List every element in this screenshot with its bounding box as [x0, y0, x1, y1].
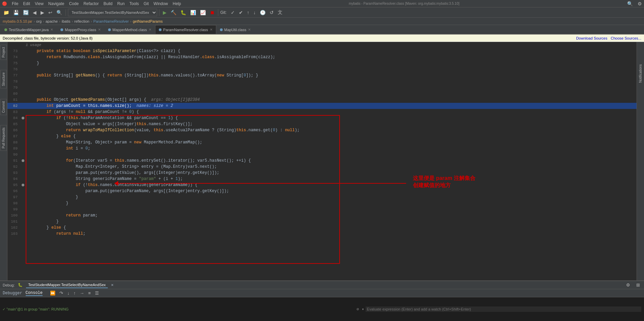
code-line-76: 76	[7, 66, 637, 72]
debug-step-over-btn[interactable]: ↷	[58, 290, 65, 296]
code-line-92: 92 Map.Entry<Integer, String> entry = (M…	[7, 164, 637, 170]
tab-3[interactable]: ParamNameResolver.class ✕	[155, 25, 216, 34]
search-btn[interactable]: 🔍	[55, 9, 64, 16]
breadcrumb-sep-3: ›	[59, 19, 60, 23]
panel-tab-structure[interactable]: Structure	[0, 70, 7, 89]
code-line-80: 80	[7, 91, 637, 97]
decompile-message: Decompiled .class file, bytecode version…	[3, 36, 576, 40]
breadcrumb-method[interactable]: getNamedParams	[133, 19, 163, 23]
tab-3-label: ParamNameResolver.class	[163, 28, 208, 32]
menu-help[interactable]: Help	[173, 1, 181, 6]
breadcrumb-sep-2: ›	[43, 19, 44, 23]
code-line-78: 78	[7, 78, 637, 85]
refactor-btn[interactable]: ↩	[47, 9, 54, 16]
tab-1-label: MapperProxy.class	[65, 28, 96, 32]
tab-1[interactable]: MapperProxy.class ✕	[57, 25, 104, 34]
debug-btn[interactable]: 🐛	[179, 9, 188, 16]
breadcrumb-apache[interactable]: apache	[46, 19, 58, 23]
tab-4[interactable]: MapUtil.class ✕	[216, 25, 254, 34]
menu-tools[interactable]: Tools	[129, 1, 139, 6]
code-line-89: 89 int i = 0;	[7, 145, 637, 152]
forward-btn[interactable]: ▶	[39, 9, 46, 16]
code-content: 73 private static boolean isSpecialParam…	[7, 48, 637, 280]
menu-file[interactable]: File	[12, 1, 18, 6]
debug-run-config-close[interactable]: ✕	[111, 282, 114, 288]
translate-btn[interactable]: 文	[276, 9, 284, 16]
debug-layout-btn[interactable]: ⊞	[635, 282, 641, 288]
breadcrumb-reflection[interactable]: reflection	[74, 19, 90, 23]
debugger-tab[interactable]: Debugger	[3, 291, 22, 296]
code-line-88: 88 Map<String, Object> param = new Mappe…	[7, 139, 637, 145]
search-icon[interactable]: 🔍	[627, 1, 633, 6]
breadcrumb-ibatis[interactable]: ibatis	[61, 19, 70, 23]
code-line-94: 94 String genericParamName = "param" + (…	[7, 176, 637, 182]
debug-eval-btn[interactable]: ≡	[87, 290, 92, 296]
choose-sources-link[interactable]: Choose Sources...	[611, 36, 642, 40]
back-btn[interactable]: ◀	[31, 9, 38, 16]
menu-navigate[interactable]: Navigate	[48, 1, 64, 6]
code-line-75: 75 }	[7, 60, 637, 66]
project-icon-btn[interactable]: 📁	[2, 9, 10, 16]
git-push-btn[interactable]: ↑	[246, 9, 251, 16]
git-history-btn[interactable]: 🕐	[258, 9, 267, 16]
code-line-93: 93 param.put(entry.getValue(), args[(Int…	[7, 170, 637, 176]
menu-build[interactable]: Build	[103, 1, 113, 6]
debug-run-cursor-btn[interactable]: →	[78, 290, 85, 296]
evaluate-expression-input[interactable]	[366, 306, 641, 312]
profile-btn[interactable]: 📈	[199, 9, 207, 16]
panel-tab-commit[interactable]: Commit	[0, 99, 7, 115]
code-line-96: 96 param.put(genericParamName, args[(Int…	[7, 188, 637, 194]
filter-icon[interactable]: ⊘	[356, 307, 359, 312]
menu-run[interactable]: Run	[117, 1, 125, 6]
debug-resume-btn[interactable]: ⏩	[49, 290, 57, 296]
panel-tab-project[interactable]: Project	[0, 45, 7, 60]
tab-3-close[interactable]: ✕	[210, 28, 213, 31]
debug-run-config-label[interactable]: TestStudentMapper.TestSelectByNameAndSex	[26, 282, 107, 288]
menu-view[interactable]: View	[35, 1, 44, 6]
tab-2-close[interactable]: ✕	[149, 28, 151, 31]
debug-step-out-btn[interactable]: ↑	[72, 290, 77, 296]
coverage-btn[interactable]: 📊	[189, 9, 197, 16]
menu-edit[interactable]: Edit	[23, 1, 30, 6]
run-btn[interactable]: ▶	[162, 9, 168, 16]
menu-git[interactable]: Git	[144, 1, 149, 6]
menu-code[interactable]: Code	[69, 1, 79, 6]
git-check-btn[interactable]: ✓	[229, 9, 236, 16]
running-status: "main"@1 in group "main": RUNNING	[6, 307, 69, 311]
run-configuration-select[interactable]: TestStudentMapper.TestSelectByNameAndSex	[68, 9, 157, 16]
panel-tab-pullrequests[interactable]: Pull Requests	[0, 125, 7, 151]
git-tick-btn[interactable]: ✔	[238, 9, 244, 16]
console-tab[interactable]: Console	[26, 291, 43, 296]
breadcrumb-jar[interactable]: mybatis-3.5.10.jar	[3, 19, 32, 23]
breadcrumb-org[interactable]: org	[36, 19, 42, 23]
tab-0[interactable]: TestStudentMapper.java ✕	[1, 25, 57, 34]
menu-bar: 🔴 File Edit View Navigate Code Refactor …	[0, 0, 644, 7]
notifications-tab[interactable]: Notifications	[638, 62, 643, 85]
breadcrumb-class[interactable]: ParamNameResolver	[93, 19, 129, 23]
code-line-95: 95 if (!this.names.containsValue(generic…	[7, 182, 637, 188]
breadcrumb-sep-4: ›	[72, 19, 73, 23]
menu-refactor[interactable]: Refactor	[83, 1, 99, 6]
debug-frames-btn[interactable]: ☰	[94, 290, 100, 296]
debug-content: ✓ "main"@1 in group "main": RUNNING ⊘ ▾	[0, 297, 644, 321]
expand-icon[interactable]: ▾	[362, 307, 364, 312]
code-line-101: 101 }	[7, 219, 637, 225]
stop-btn[interactable]: ⏹	[208, 9, 216, 16]
git-revert-btn[interactable]: ↺	[268, 9, 275, 16]
code-line-77: 77 public String[] getNames() { return (…	[7, 72, 637, 78]
tab-0-close[interactable]: ✕	[50, 28, 53, 31]
settings-icon[interactable]: ⚙	[638, 1, 642, 6]
tab-2[interactable]: MapperMethod.class ✕	[104, 25, 155, 34]
build-btn[interactable]: 🔨	[169, 9, 178, 16]
tab-4-label: MapUtil.class	[224, 28, 246, 32]
code-line-83: 83 if (args != null && paramCount != 0) …	[7, 109, 637, 115]
debug-step-into-btn[interactable]: ↓	[66, 290, 71, 296]
debug-settings-btn[interactable]: ⚙	[625, 282, 631, 288]
tab-1-close[interactable]: ✕	[98, 28, 101, 31]
git-pull-btn[interactable]: ↓	[252, 9, 257, 16]
sync-btn[interactable]: 🔄	[22, 9, 30, 16]
save-btn[interactable]: 💾	[12, 9, 20, 16]
menu-window[interactable]: Window	[153, 1, 168, 6]
tab-4-close[interactable]: ✕	[248, 28, 251, 31]
download-sources-link[interactable]: Download Sources	[576, 36, 607, 40]
